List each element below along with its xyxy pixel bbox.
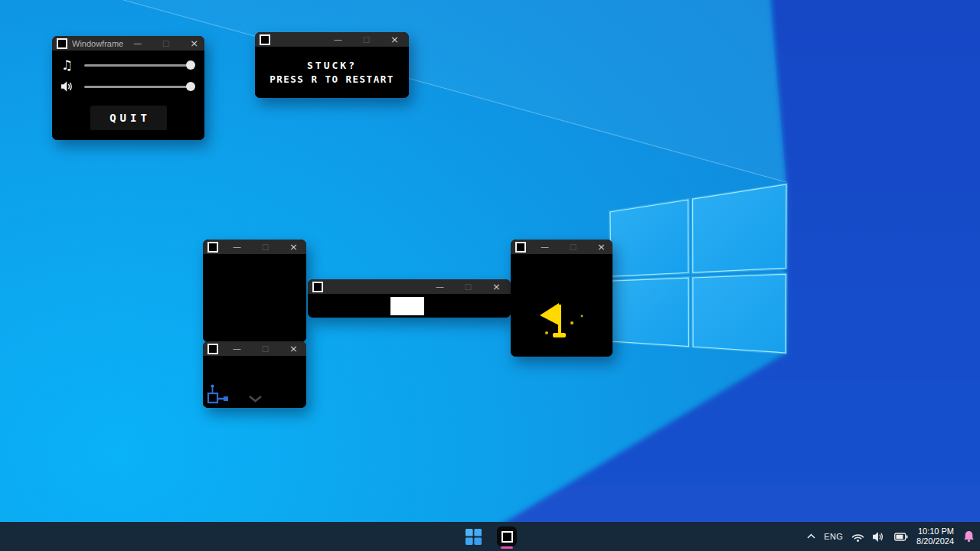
flag-window-titlebar[interactable]: — □ × xyxy=(511,240,612,254)
empty-window-body xyxy=(203,254,306,342)
close-button[interactable]: × xyxy=(482,279,511,294)
settings-titlebar[interactable]: Windowframe — □ × xyxy=(52,36,204,51)
windowframe-app-icon xyxy=(497,527,517,546)
battery-icon xyxy=(894,533,908,541)
hint-line-2: PRESS R TO RESTART xyxy=(270,73,394,86)
platform-window-body xyxy=(308,294,511,318)
platform-game-window: — □ × xyxy=(308,279,511,318)
window-logo-icon xyxy=(260,34,270,45)
minimize-button[interactable]: — xyxy=(324,32,352,47)
hint-titlebar[interactable]: — □ × xyxy=(255,32,409,47)
player-window-body xyxy=(203,356,306,408)
platform-window-titlebar[interactable]: — □ × xyxy=(308,279,511,294)
volume-button[interactable] xyxy=(873,525,886,548)
speaker-icon xyxy=(873,532,886,542)
platform-block xyxy=(390,297,424,315)
close-button[interactable]: × xyxy=(279,341,308,356)
window-logo-icon xyxy=(57,38,67,49)
goal-flag-sprite xyxy=(540,303,583,337)
window-logo-icon xyxy=(207,242,218,253)
start-button[interactable] xyxy=(462,525,485,548)
taskbar: ENG xyxy=(0,522,980,551)
settings-window: Windowframe — □ × ♫ xyxy=(52,36,204,140)
quit-button[interactable]: QUIT xyxy=(90,106,167,130)
settings-body: ♫ QUIT xyxy=(52,51,204,140)
flag-window-body xyxy=(511,254,612,357)
player-game-window: — □ × xyxy=(203,341,306,408)
sound-volume-slider[interactable] xyxy=(84,86,194,88)
empty-game-window: — □ × xyxy=(203,240,306,342)
window-title: Windowframe xyxy=(72,39,123,48)
player-robot-sprite xyxy=(208,385,228,403)
maximize-button[interactable]: □ xyxy=(559,240,587,254)
player-window-titlebar[interactable]: — □ × xyxy=(203,341,306,356)
hint-line-1: STUCK? xyxy=(307,58,357,73)
hint-body: STUCK? PRESS R TO RESTART xyxy=(255,47,409,98)
wifi-icon xyxy=(851,532,864,542)
sparkle-icon xyxy=(570,321,573,324)
sparkle-icon xyxy=(581,315,583,318)
maximize-button[interactable]: □ xyxy=(251,341,279,356)
chevron-up-icon xyxy=(807,533,815,540)
battery-button[interactable] xyxy=(894,525,908,548)
music-volume-slider[interactable] xyxy=(84,64,194,67)
running-app-indicator xyxy=(501,546,513,549)
maximize-button[interactable]: □ xyxy=(251,240,279,254)
maximize-button[interactable]: □ xyxy=(352,32,381,47)
speaker-icon xyxy=(61,81,78,93)
clock-date: 8/20/2024 xyxy=(916,536,954,546)
windows-logo xyxy=(610,184,786,353)
minimize-button[interactable]: — xyxy=(223,341,251,356)
windows-start-icon xyxy=(466,529,482,545)
window-logo-icon xyxy=(515,242,526,253)
hint-window: — □ × STUCK? PRESS R TO RESTART xyxy=(255,32,409,98)
language-indicator[interactable]: ENG xyxy=(824,525,843,548)
notification-button[interactable] xyxy=(962,525,975,548)
empty-window-titlebar[interactable]: — □ × xyxy=(203,240,306,254)
maximize-button[interactable]: □ xyxy=(454,279,482,294)
desktop: Windowframe — □ × ♫ xyxy=(0,0,980,551)
wifi-button[interactable] xyxy=(851,525,864,548)
sparkle-icon xyxy=(545,331,548,334)
bell-icon xyxy=(962,530,975,543)
music-volume-knob[interactable] xyxy=(186,60,195,70)
chevron-down-icon xyxy=(250,396,261,401)
clock[interactable]: 10:10 PM 8/20/2024 xyxy=(916,527,954,546)
minimize-button[interactable]: — xyxy=(426,279,454,294)
clock-time: 10:10 PM xyxy=(916,527,954,536)
window-logo-icon xyxy=(207,344,218,354)
close-button[interactable]: × xyxy=(279,240,308,254)
minimize-button[interactable]: — xyxy=(531,240,559,254)
windowframe-taskbar-button[interactable] xyxy=(495,525,518,548)
maximize-button[interactable]: □ xyxy=(152,36,180,51)
minimize-button[interactable]: — xyxy=(123,36,152,51)
close-button[interactable]: × xyxy=(381,32,409,47)
sound-volume-knob[interactable] xyxy=(186,82,195,91)
flag-game-window: — □ × xyxy=(511,240,612,357)
window-logo-icon xyxy=(312,282,323,292)
tray-overflow-button[interactable] xyxy=(807,525,815,548)
minimize-button[interactable]: — xyxy=(223,240,251,254)
close-button[interactable]: × xyxy=(180,36,208,51)
music-note-icon: ♫ xyxy=(61,60,78,70)
close-button[interactable]: × xyxy=(587,240,616,254)
